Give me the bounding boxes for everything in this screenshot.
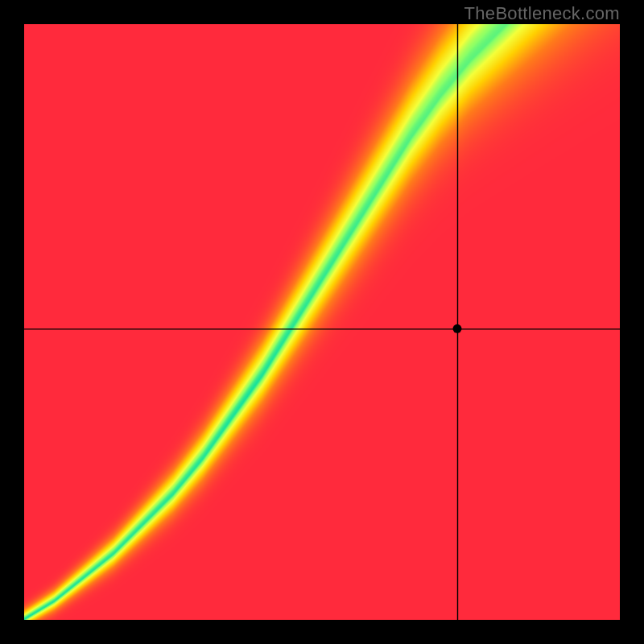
watermark-text: TheBottleneck.com: [464, 3, 620, 24]
chart-frame: TheBottleneck.com: [0, 0, 644, 644]
heatmap-canvas: [24, 24, 620, 620]
plot-area: [24, 24, 620, 620]
